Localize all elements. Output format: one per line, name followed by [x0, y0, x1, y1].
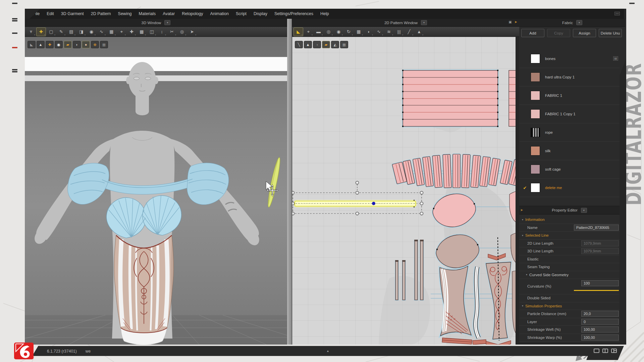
pattern-striped-rect[interactable] — [402, 70, 498, 127]
3d-window-dropdown[interactable]: ▾ — [164, 20, 170, 25]
prop-input-name[interactable]: Pattern2D_8730665 — [574, 225, 619, 231]
walkthrough-tool[interactable]: ➤▾ — [187, 27, 197, 36]
mirror-tool[interactable]: ◫▾ — [147, 27, 157, 36]
pivot-point[interactable] — [372, 202, 375, 205]
fabric-item-soft-cage[interactable]: soft cage — [519, 160, 620, 179]
add-ellipse-tool[interactable]: ◎▾ — [324, 27, 333, 36]
transform-pattern-tool[interactable]: ◣▾ — [293, 27, 303, 36]
pin-tool[interactable]: ⌖▾ — [117, 27, 126, 36]
menu-item-retopology[interactable]: Retopology — [182, 11, 203, 16]
avatar-display-tool[interactable]: ◉▾ — [87, 27, 96, 36]
float-window-icon[interactable]: ▣ — [508, 20, 512, 24]
menu-item-script[interactable]: Script — [236, 11, 247, 16]
prop-input-curvature[interactable]: 100 — [581, 280, 619, 286]
window-splitter[interactable] — [287, 19, 292, 345]
2d-canvas[interactable]: ╲▲◑▰◭▦ — [292, 37, 519, 345]
edit-pattern-tool[interactable]: ⌖▾ — [304, 27, 313, 36]
tack-tool[interactable]: ◎▾ — [177, 27, 187, 36]
prop-input-layer[interactable]: 0 — [581, 319, 619, 325]
show-avatar-icon[interactable]: ◉ — [55, 41, 63, 48]
unfold-tool[interactable]: ↻▾ — [344, 27, 354, 36]
show-3d-garment-tool[interactable]: ▲▾ — [414, 27, 424, 36]
segment-sew-tool[interactable]: ≋▾ — [384, 27, 394, 36]
prop-row-simulation-properties[interactable]: ▾Simulation Properties — [519, 302, 620, 310]
prop-slider-curvature[interactable] — [574, 290, 619, 291]
window-minimize-icon[interactable]: — — [614, 12, 620, 15]
internal-line-tool[interactable]: ╱▾ — [404, 27, 414, 36]
2d-window-titlebar[interactable]: 2D Pattern Window ▾ ▣ ➤ — [292, 19, 519, 27]
menu-item-2d-pattern[interactable]: 2D Pattern — [91, 11, 111, 16]
3d-viewport[interactable]: ◣▲✚◉▰◗●⊕▦ — [25, 37, 287, 345]
menu-item-file[interactable]: File — [33, 11, 40, 16]
needle-tool-icon[interactable]: ╲ — [295, 41, 303, 48]
prop-input-shrinkage-warp[interactable]: 100,00 — [581, 335, 619, 341]
fabric-item-silk[interactable]: silk — [519, 142, 620, 160]
selected-pattern-3d[interactable] — [266, 157, 282, 208]
show-floor-grid-icon[interactable]: ▦ — [100, 41, 108, 48]
menu-item-materials[interactable]: Materials — [139, 11, 156, 16]
prop-input-particle-distance-mm[interactable]: 20,0 — [581, 311, 619, 317]
fabric-item-hard-ultra-copy-1[interactable]: hard ultra Copy 1 — [519, 68, 620, 86]
pen-3d-tool[interactable]: ✎▾ — [56, 27, 66, 36]
free-sew-tool[interactable]: ∿▾ — [374, 27, 384, 36]
avatar-silhouette-tool[interactable]: ◉▾ — [334, 27, 343, 36]
show-world-icon[interactable]: ⊕ — [91, 41, 99, 48]
fabric-panel-titlebar[interactable]: Fabric ▾ — [519, 19, 625, 27]
prop-row-information[interactable]: ▾Information — [519, 216, 620, 224]
grading-tool[interactable]: ▦▾ — [354, 27, 364, 36]
measure-tool[interactable]: ↕▾ — [157, 27, 167, 36]
show-gizmo-icon[interactable]: ✚ — [46, 41, 54, 48]
prop-input-shrinkage-weft[interactable]: 100,00 — [581, 326, 619, 333]
prop-row-curved-side-geometry[interactable]: ▾Curved Side Geometry — [519, 271, 620, 279]
flip-garment-tool[interactable]: ◨▾ — [76, 27, 86, 36]
menu-item-help[interactable]: Help — [320, 11, 329, 16]
fabric-add-button[interactable]: Add — [521, 29, 544, 37]
fabric-assign-button[interactable]: Assign — [573, 29, 596, 37]
prop-row-selected-line[interactable]: ▾Selected Line — [519, 232, 620, 240]
select-box-tool[interactable]: ▢▾ — [46, 27, 56, 36]
garment-pair-tool[interactable]: ▤▾ — [66, 27, 76, 36]
selection-handles[interactable] — [292, 181, 423, 215]
panel-collapse-arrow-icon[interactable]: ➤ — [520, 208, 523, 212]
simulate-tool[interactable]: ▼▾ — [26, 27, 36, 36]
show-fabric-icon[interactable]: ▰ — [64, 41, 72, 48]
menu-item-edit[interactable]: Edit — [47, 11, 54, 16]
menu-item-display[interactable]: Display — [254, 11, 267, 16]
iron-tool[interactable]: ◗▾ — [364, 27, 374, 36]
fabric-panel-dropdown[interactable]: ▾ — [576, 20, 582, 25]
steamer-icon[interactable]: ▦ — [340, 41, 348, 48]
show-cloth-icon[interactable]: ▲ — [37, 41, 45, 48]
property-editor-dropdown[interactable]: ▾ — [581, 208, 587, 213]
corset-garment[interactable] — [114, 235, 173, 345]
sewing-3d-tool[interactable]: ∿▾ — [97, 27, 106, 36]
quad-mesh-tool[interactable]: ▦▾ — [107, 27, 116, 36]
add-rectangle-tool[interactable]: ▬▾ — [314, 27, 323, 36]
lock-pattern-icon[interactable]: ◭ — [331, 41, 339, 48]
2d-window-dropdown[interactable]: ▾ — [421, 20, 427, 25]
show-fabric-2d-icon[interactable]: ▰ — [322, 41, 330, 48]
show-avatar-skin-icon[interactable]: ● — [82, 41, 90, 48]
menu-item-animation[interactable]: Animation — [210, 11, 229, 16]
fabric-item-fabric-1[interactable]: FABRIC 1 — [519, 86, 620, 105]
fabric-item-delete-me[interactable]: ✔delete me — [519, 179, 620, 197]
fabric-item-bones[interactable]: bones — [519, 50, 620, 68]
dock-arrow-icon[interactable]: ➤ — [515, 20, 517, 24]
texture-edit-tool[interactable]: ▩▾ — [137, 27, 147, 36]
layout-split-icon[interactable] — [602, 349, 608, 353]
expand-panel-icon[interactable]: ▲ — [326, 349, 329, 353]
show-garment-icon[interactable]: ◣ — [28, 41, 36, 48]
menu-item-3d-garment[interactable]: 3D Garment — [61, 11, 84, 16]
menu-item-sewing[interactable]: Sewing — [118, 11, 132, 16]
menu-item-settings-preferences[interactable]: Settings/Preferences — [274, 11, 313, 16]
shirt-select-icon[interactable]: ▲ — [304, 41, 312, 48]
pattern-info-icon[interactable]: ◑ — [313, 41, 321, 48]
layout-grid-icon[interactable] — [611, 349, 617, 353]
show-drape-icon[interactable]: ◗ — [73, 41, 81, 48]
property-editor-titlebar[interactable]: Property Editor ▾ — [519, 206, 620, 215]
attach-tool[interactable]: ✚▾ — [127, 27, 137, 36]
fabric-delete-unu-button[interactable]: Delete Unu — [599, 29, 622, 37]
pleats-tool[interactable]: |||▾ — [394, 27, 404, 36]
select-move-tool[interactable]: ✚▾ — [36, 27, 46, 36]
menu-item-avatar[interactable]: Avatar — [163, 11, 175, 16]
fabric-item-rope[interactable]: rope — [519, 123, 620, 142]
